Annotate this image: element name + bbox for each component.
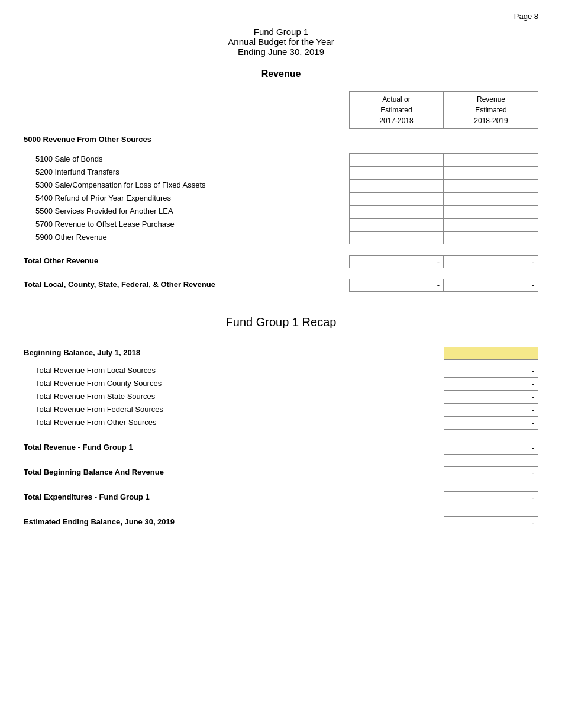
row-cell-5100-col2 xyxy=(444,153,538,166)
row-label-5900: 5900 Other Revenue xyxy=(24,231,349,244)
revenue-title: Revenue xyxy=(24,69,538,79)
recap-value-state: - xyxy=(444,391,538,404)
total-beginning-row: Total Beginning Balance And Revenue - xyxy=(24,466,538,479)
col2-header: Revenue Estimated 2018-2019 xyxy=(444,91,538,129)
row-label-5300: 5300 Sale/Compensation for Loss of Fixed… xyxy=(24,179,349,192)
total-revenue-label: Total Revenue - Fund Group 1 xyxy=(24,442,444,455)
total-expenditures-row: Total Expenditures - Fund Group 1 - xyxy=(24,491,538,504)
recap-revenue-items: Total Revenue From Local Sources - Total… xyxy=(24,365,538,430)
row-cell-5400-col1 xyxy=(349,192,444,205)
row-cell-5300-col1 xyxy=(349,179,444,192)
total-all-row: Total Local, County, State, Federal, & O… xyxy=(24,279,538,292)
estimated-ending-label: Estimated Ending Balance, June 30, 2019 xyxy=(24,516,444,529)
col1-header: Actual or Estimated 2017-2018 xyxy=(349,91,444,129)
estimated-ending-row: Estimated Ending Balance, June 30, 2019 … xyxy=(24,516,538,529)
total-revenue-row: Total Revenue - Fund Group 1 - xyxy=(24,442,538,455)
row-label-5100: 5100 Sale of Bonds xyxy=(24,153,349,166)
row-cell-5100-col1 xyxy=(349,153,444,166)
row-cell-5200-col2 xyxy=(444,166,538,179)
total-all-col2: - xyxy=(444,279,538,292)
col2-line2: Estimated xyxy=(448,105,534,115)
total-expenditures-value: - xyxy=(444,491,538,504)
total-all-label: Total Local, County, State, Federal, & O… xyxy=(24,279,349,292)
total-other-revenue-col1: - xyxy=(349,255,444,268)
recap-row-local: Total Revenue From Local Sources - xyxy=(24,365,538,378)
recap-row-federal: Total Revenue From Federal Sources - xyxy=(24,404,538,417)
header-line3: Ending June 30, 2019 xyxy=(24,47,538,57)
page-number: Page 8 xyxy=(24,12,538,21)
total-revenue-value: - xyxy=(444,442,538,455)
beginning-balance-row: Beginning Balance, July 1, 2018 xyxy=(24,347,538,360)
recap-row-county: Total Revenue From County Sources - xyxy=(24,378,538,391)
table-row: 5700 Revenue to Offset Lease Purchase xyxy=(24,218,538,231)
row-cell-5900-col2 xyxy=(444,231,538,244)
beginning-balance-value[interactable] xyxy=(444,347,538,360)
recap-value-local: - xyxy=(444,365,538,378)
table-row: 5300 Sale/Compensation for Loss of Fixed… xyxy=(24,179,538,192)
row-cell-5300-col2 xyxy=(444,179,538,192)
revenue-line-items-table: 5100 Sale of Bonds 5200 Interfund Transf… xyxy=(24,153,538,244)
recap-value-federal: - xyxy=(444,404,538,417)
table-row: 5400 Refund of Prior Year Expenditures xyxy=(24,192,538,205)
total-all-col1: - xyxy=(349,279,444,292)
row-cell-5200-col1 xyxy=(349,166,444,179)
header-line1: Fund Group 1 xyxy=(24,27,538,37)
col2-line3: 2018-2019 xyxy=(448,115,534,126)
row-label-5200: 5200 Interfund Transfers xyxy=(24,166,349,179)
total-other-revenue-row: Total Other Revenue - - xyxy=(24,255,538,268)
row-label-5400: 5400 Refund of Prior Year Expenditures xyxy=(24,192,349,205)
revenue-section-heading: 5000 Revenue From Other Sources xyxy=(24,131,538,146)
recap-value-county: - xyxy=(444,378,538,391)
recap-label-local: Total Revenue From Local Sources xyxy=(24,365,444,378)
table-row: 5200 Interfund Transfers xyxy=(24,166,538,179)
recap-label-state: Total Revenue From State Sources xyxy=(24,391,444,404)
col1-line1: Actual or xyxy=(353,94,440,105)
row-cell-5500-col2 xyxy=(444,205,538,218)
row-cell-5900-col1 xyxy=(349,231,444,244)
col1-line2: Estimated xyxy=(353,105,440,115)
beginning-balance-label: Beginning Balance, July 1, 2018 xyxy=(24,347,444,360)
total-beginning-label: Total Beginning Balance And Revenue xyxy=(24,466,444,479)
row-cell-5700-col1 xyxy=(349,218,444,231)
total-other-revenue-label: Total Other Revenue xyxy=(24,255,349,268)
document-header: Fund Group 1 Annual Budget for the Year … xyxy=(24,27,538,57)
total-beginning-value: - xyxy=(444,466,538,479)
col2-line1: Revenue xyxy=(448,94,534,105)
recap-label-other: Total Revenue From Other Sources xyxy=(24,417,444,430)
header-line2: Annual Budget for the Year xyxy=(24,37,538,47)
row-cell-5400-col2 xyxy=(444,192,538,205)
recap-row-state: Total Revenue From State Sources - xyxy=(24,391,538,404)
row-cell-5500-col1 xyxy=(349,205,444,218)
col1-line3: 2017-2018 xyxy=(353,115,440,126)
recap-value-other: - xyxy=(444,417,538,430)
total-expenditures-label: Total Expenditures - Fund Group 1 xyxy=(24,491,444,504)
estimated-ending-value: - xyxy=(444,516,538,529)
total-other-revenue-col2: - xyxy=(444,255,538,268)
table-row: 5500 Services Provided for Another LEA xyxy=(24,205,538,218)
table-row: 5900 Other Revenue xyxy=(24,231,538,244)
recap-label-county: Total Revenue From County Sources xyxy=(24,378,444,391)
table-row: 5100 Sale of Bonds xyxy=(24,153,538,166)
row-label-5500: 5500 Services Provided for Another LEA xyxy=(24,205,349,218)
recap-label-federal: Total Revenue From Federal Sources xyxy=(24,404,444,417)
recap-row-other: Total Revenue From Other Sources - xyxy=(24,417,538,430)
row-label-5700: 5700 Revenue to Offset Lease Purchase xyxy=(24,218,349,231)
row-cell-5700-col2 xyxy=(444,218,538,231)
columns-header: Actual or Estimated 2017-2018 Revenue Es… xyxy=(24,91,538,129)
recap-title: Fund Group 1 Recap xyxy=(24,315,538,329)
